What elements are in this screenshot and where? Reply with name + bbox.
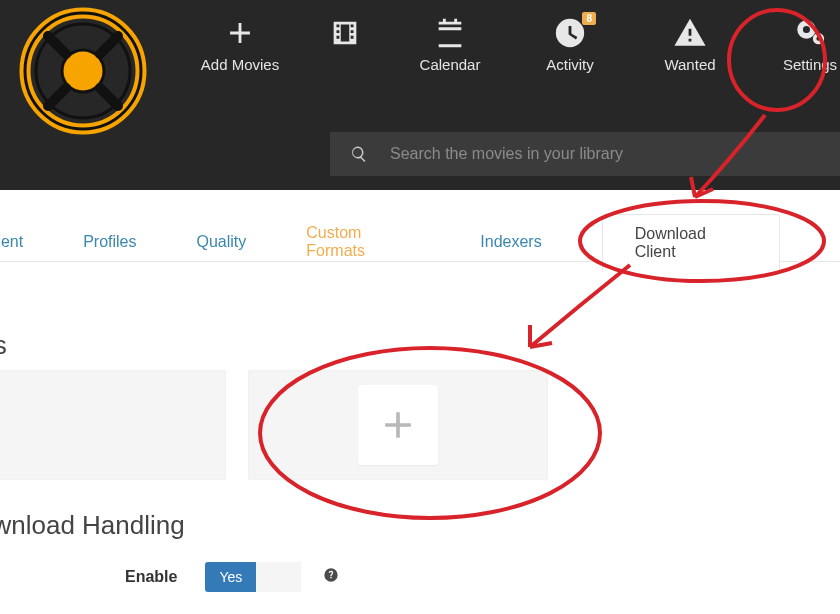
searchbar — [330, 132, 840, 176]
main-nav: Add Movies Calendar 8 Activity Wanted Se… — [200, 16, 830, 73]
enable-label: Enable — [125, 568, 177, 586]
nav-movies-film[interactable] — [320, 16, 370, 73]
svg-line-5 — [100, 36, 118, 54]
nav-calendar[interactable]: Calendar — [410, 16, 490, 73]
svg-line-7 — [100, 88, 118, 106]
topbar: Add Movies Calendar 8 Activity Wanted Se… — [0, 0, 840, 190]
enable-row: Enable Yes — [125, 562, 339, 592]
tab-quality[interactable]: Quality — [197, 223, 247, 261]
search-input[interactable] — [390, 145, 790, 163]
add-client-card[interactable] — [248, 370, 548, 480]
settings-tabs: nent Profiles Quality Custom Formats Ind… — [0, 222, 840, 262]
warning-icon — [673, 16, 707, 50]
search-icon — [350, 145, 368, 163]
enable-toggle[interactable]: Yes — [205, 562, 301, 592]
annotation-arrow-2 — [505, 255, 645, 365]
help-icon[interactable] — [323, 567, 339, 587]
nav-wanted[interactable]: Wanted — [650, 16, 730, 73]
nav-settings[interactable]: Settings — [770, 16, 840, 73]
nav-activity[interactable]: 8 Activity — [530, 16, 610, 73]
nav-label: Add Movies — [201, 56, 279, 73]
nav-label: Wanted — [664, 56, 715, 73]
toggle-off[interactable] — [256, 562, 301, 592]
download-clients-heading: nts — [0, 330, 7, 361]
nav-add-movies[interactable]: Add Movies — [200, 16, 280, 73]
tab-indexers[interactable]: Indexers — [480, 223, 541, 261]
svg-line-4 — [48, 36, 66, 54]
app-logo — [18, 6, 148, 136]
tab-media-management[interactable]: nent — [0, 223, 23, 261]
tab-profiles[interactable]: Profiles — [83, 223, 136, 261]
nav-label: Calendar — [420, 56, 481, 73]
svg-line-6 — [48, 88, 66, 106]
toggle-on[interactable]: Yes — [205, 562, 256, 592]
activity-badge: 8 — [582, 12, 596, 25]
plus-icon — [223, 16, 257, 50]
film-icon — [328, 16, 362, 50]
client-card[interactable] — [0, 370, 226, 480]
nav-label: Activity — [546, 56, 594, 73]
tab-custom-formats[interactable]: Custom Formats — [306, 214, 420, 270]
plus-icon — [376, 403, 420, 447]
add-client-button[interactable] — [358, 385, 438, 465]
tab-download-client[interactable]: Download Client — [602, 214, 780, 272]
gears-icon — [793, 16, 827, 50]
download-clients-list — [0, 370, 548, 480]
calendar-icon — [433, 16, 467, 50]
completed-download-handling-heading: ownload Handling — [0, 510, 185, 541]
nav-label: Settings — [783, 56, 837, 73]
